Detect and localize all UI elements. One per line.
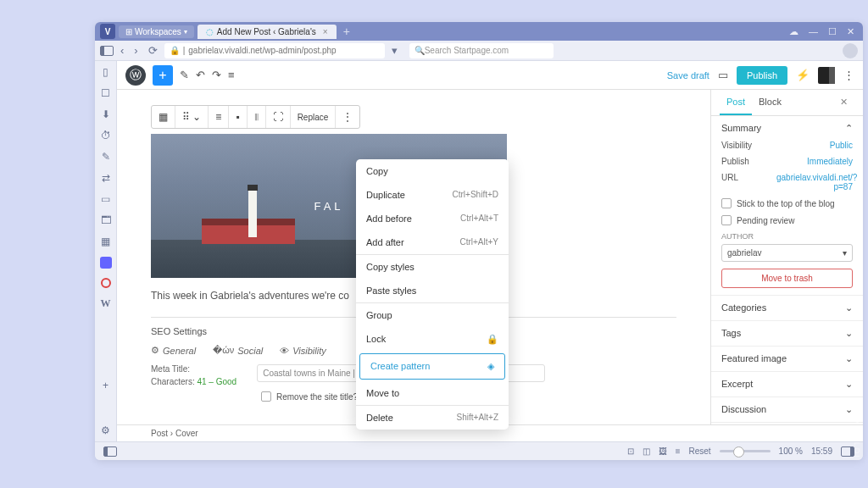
add-panel-icon[interactable]: + <box>103 380 108 391</box>
seo-tab-general[interactable]: ⚙ General <box>151 345 196 356</box>
tab-post[interactable]: Post <box>720 90 752 115</box>
calendar-icon[interactable]: ▦ <box>101 236 110 247</box>
settings-icon[interactable]: ⚙ <box>101 424 110 436</box>
zoom-reset[interactable]: Reset <box>688 446 710 456</box>
pending-checkbox[interactable]: Pending review <box>737 216 794 225</box>
breadcrumb-post[interactable]: Post <box>151 429 168 438</box>
close-button[interactable]: ✕ <box>847 26 854 37</box>
tags-section[interactable]: Tags <box>721 328 741 339</box>
cover-title[interactable]: FAL <box>314 200 343 213</box>
notes-icon[interactable]: ✎ <box>102 151 110 163</box>
new-tab-button[interactable]: + <box>337 25 357 38</box>
categories-section[interactable]: Categories <box>721 302 766 313</box>
undo-icon[interactable]: ↶ <box>196 69 205 81</box>
seo-tab-visibility[interactable]: 👁 Visibility <box>280 345 326 356</box>
capture-icon[interactable]: ⊡ <box>627 446 634 456</box>
ctx-duplicate[interactable]: DuplicateCtrl+Shift+D <box>356 183 509 207</box>
chevron-down-icon[interactable]: ⌄ <box>845 328 853 339</box>
replace-button[interactable]: Replace <box>291 106 337 128</box>
images-toggle-icon[interactable]: 🖼 <box>659 446 667 456</box>
translate-icon[interactable]: ⇄ <box>102 172 110 184</box>
mastodon-icon[interactable] <box>100 257 112 269</box>
featured-image-section[interactable]: Featured image <box>721 353 787 364</box>
maximize-button[interactable]: ☐ <box>828 26 837 37</box>
drag-handle-icon[interactable]: ⠿ ⌄ <box>175 106 209 128</box>
edit-icon[interactable]: ✎ <box>180 69 189 81</box>
bookmarks-icon[interactable]: ▯ <box>103 66 108 78</box>
browser-tab-active[interactable]: ◌Add New Post ‹ Gabriela's× <box>198 25 337 39</box>
ctx-copy[interactable]: Copy <box>356 159 509 183</box>
ctx-delete[interactable]: DeleteShift+Alt+Z <box>356 405 509 430</box>
seo-tab-social[interactable]: �ών Social <box>213 345 263 356</box>
forward-button[interactable]: › <box>131 44 141 57</box>
ctx-group[interactable]: Group <box>356 302 509 327</box>
panel-toggle-icon[interactable] <box>103 446 117 457</box>
ctx-paste-styles[interactable]: Paste styles <box>356 279 509 302</box>
back-button[interactable]: ‹ <box>117 44 127 57</box>
block-toolbar: ▦ ⠿ ⌄ ≡ ▪ ⫴ ⛶ Replace ⋮ <box>151 105 360 129</box>
minimize-button[interactable]: — <box>809 26 818 37</box>
stick-checkbox[interactable]: Stick to the top of the blog <box>737 199 835 208</box>
fullheight-icon[interactable]: ⫴ <box>248 106 266 128</box>
move-to-trash-button[interactable]: Move to trash <box>721 269 853 288</box>
block-type-icon[interactable]: ▦ <box>152 106 175 128</box>
author-select[interactable]: gabrielav▾ <box>721 244 853 262</box>
status-bar: ⊡ ◫ 🖼 ≡ Reset 100 % 15:59 <box>95 441 863 460</box>
publish-value[interactable]: Immediately <box>807 157 853 166</box>
wordpress-logo[interactable]: ⓦ <box>125 65 146 86</box>
url-value[interactable]: gabrielav.vivaldi.net/?p=87 <box>776 173 853 191</box>
panel-toggle-left[interactable] <box>100 46 114 56</box>
outline-icon[interactable]: ≡ <box>228 69 235 81</box>
tiling-icon[interactable]: ◫ <box>643 446 650 456</box>
settings-sidebar: Post Block ✕ Summary⌃ VisibilityPublic P… <box>710 90 863 424</box>
add-block-button[interactable]: + <box>153 65 173 86</box>
visibility-value[interactable]: Public <box>830 141 853 150</box>
chevron-down-icon[interactable]: ⌄ <box>845 404 853 415</box>
options-icon[interactable]: ⋮ <box>843 69 854 81</box>
more-options-icon[interactable]: ⋮ <box>336 106 359 128</box>
history-icon[interactable]: ⏱ <box>101 130 111 141</box>
meta-title-label: Meta Title: <box>151 364 236 374</box>
cloud-icon[interactable]: ☁ <box>789 26 798 37</box>
ctx-create-pattern[interactable]: Create pattern◈ <box>359 353 505 380</box>
downloads-icon[interactable]: ⬇ <box>102 108 110 120</box>
clock: 15:59 <box>811 446 832 456</box>
content-position-icon[interactable]: ▪ <box>229 106 247 128</box>
align-icon[interactable]: ≡ <box>209 106 229 128</box>
wikipedia-icon[interactable]: W <box>101 297 111 310</box>
chevron-down-icon[interactable]: ⌄ <box>845 379 853 390</box>
excerpt-section[interactable]: Excerpt <box>721 379 753 390</box>
reload-button[interactable]: ⟳ <box>145 44 161 57</box>
save-draft-button[interactable]: Save draft <box>667 70 709 80</box>
settings-sidebar-toggle[interactable] <box>818 67 835 84</box>
ctx-copy-styles[interactable]: Copy styles <box>356 254 509 279</box>
vivaldi-social-icon[interactable] <box>101 278 111 288</box>
url-field[interactable]: 🔒|gabrielav.vivaldi.net/wp-admin/post.ph… <box>164 43 385 58</box>
ctx-add-before[interactable]: Add beforeCtrl+Alt+T <box>356 207 509 230</box>
chevron-down-icon[interactable]: ⌄ <box>845 353 853 364</box>
chevron-up-icon[interactable]: ⌃ <box>845 123 853 134</box>
breadcrumb-cover[interactable]: Cover <box>175 429 198 438</box>
chevron-down-icon[interactable]: ⌄ <box>845 302 853 313</box>
actions-icon[interactable]: ≡ <box>676 446 681 456</box>
profile-avatar[interactable] <box>843 43 858 58</box>
close-sidebar-icon[interactable]: ✕ <box>833 90 854 115</box>
zoom-slider[interactable] <box>720 450 771 452</box>
ctx-move-to[interactable]: Move to <box>356 381 509 405</box>
ctx-lock[interactable]: Lock🔒 <box>356 327 509 352</box>
search-field[interactable]: 🔍 Search Startpage.com <box>409 43 554 58</box>
fullscreen-icon[interactable]: ⛶ <box>266 106 291 128</box>
ctx-add-after[interactable]: Add afterCtrl+Alt+Y <box>356 230 509 254</box>
workspaces-button[interactable]: ⊞Workspaces▾ <box>119 25 194 38</box>
summary-heading[interactable]: Summary <box>721 123 761 134</box>
window-icon[interactable]: ▭ <box>101 193 110 205</box>
reading-list-icon[interactable]: ☐ <box>101 87 110 99</box>
publish-button[interactable]: Publish <box>737 66 787 85</box>
vivaldi-logo[interactable]: V <box>100 24 115 39</box>
sessions-icon[interactable]: 🗔 <box>101 214 111 226</box>
jetpack-icon[interactable]: ⚡ <box>796 69 810 81</box>
redo-icon[interactable]: ↷ <box>212 69 221 81</box>
discussion-section[interactable]: Discussion <box>721 404 766 415</box>
preview-icon[interactable]: ▭ <box>718 69 728 81</box>
tab-block[interactable]: Block <box>752 90 788 115</box>
